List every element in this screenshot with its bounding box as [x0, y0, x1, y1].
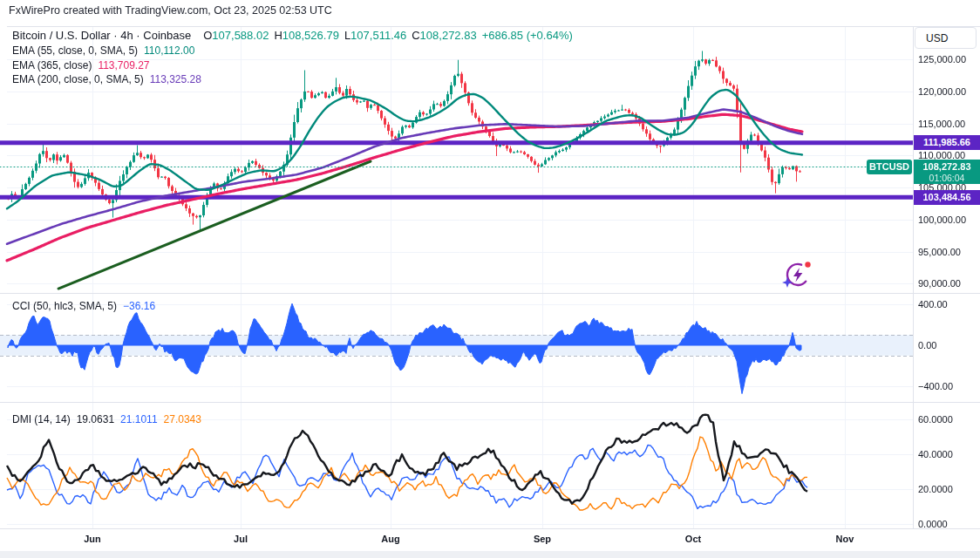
ohlc-value: 107,588.02	[212, 29, 269, 42]
dmi-value: 27.0343	[164, 413, 201, 425]
sparkle-icon	[782, 277, 793, 288]
ohlc-value: 107,511.46	[350, 29, 406, 42]
last-price-value: 108,272.83	[914, 160, 980, 173]
last-price-label: 108,272.83 01:06:04	[914, 160, 980, 184]
cci-legend-value: −36.16	[123, 300, 155, 312]
indicator-value: 113,325.28	[150, 73, 201, 85]
time-tick-label: Sep	[534, 534, 551, 544]
axis-tick-label: 100,000.00	[918, 214, 966, 226]
axis-tick-label: 115,000.00	[918, 118, 965, 130]
dmi-value: 21.1011	[120, 413, 158, 425]
time-tick-label: Nov	[836, 534, 854, 544]
ohlc-key: C	[412, 29, 419, 42]
dmi-legend-values: 19.063121.101127.0343	[71, 413, 201, 425]
ohlc-value: 108,272.83	[420, 29, 477, 42]
axis-tick-label: 95,000.00	[918, 246, 961, 258]
time-tick-label: Jun	[84, 534, 101, 544]
support-price-label: 103,484.56	[914, 190, 980, 205]
axis-tick-label: 400.00	[918, 298, 948, 310]
symbol-legend-row[interactable]: Bitcoin / U.S. Dollar · 4h · CoinbaseO10…	[12, 29, 573, 43]
indicator-label: EMA (55, close, 0, SMA, 5)	[12, 44, 138, 57]
price-pane-legend: Bitcoin / U.S. Dollar · 4h · CoinbaseO10…	[12, 29, 573, 87]
countdown-timer: 01:06:04	[914, 173, 980, 184]
axis-tick-label: 0.0000	[918, 518, 948, 530]
axis-tick-label: −400.00	[918, 380, 953, 392]
ohlc-key: O	[203, 29, 212, 42]
symbol-price-tag: BTCUSD	[867, 160, 912, 174]
change-value: +686.85 (+0.64%)	[482, 29, 573, 42]
ohlc-value: 108,526.79	[282, 29, 339, 42]
axis-tick-label: 40.0000	[918, 448, 953, 460]
time-tick-label: Aug	[381, 534, 399, 544]
indicator-legend-row[interactable]: EMA (55, close, 0, SMA, 5)110,112.00	[12, 44, 573, 58]
resistance-price-label: 111,985.66	[914, 135, 980, 150]
ohlc-values: O107,588.02H108,526.79L107,511.46C108,27…	[198, 29, 476, 42]
axis-tick-label: 0.00	[918, 339, 936, 351]
indicator-legend-rows: EMA (55, close, 0, SMA, 5)110,112.00EMA …	[12, 44, 573, 86]
dmi-legend[interactable]: DMI (14, 14)19.063121.101127.0343	[12, 412, 201, 427]
time-tick-label: Oct	[685, 534, 701, 544]
axis-tick-label: 125,000.00	[918, 53, 966, 65]
red-dot-icon	[805, 262, 810, 267]
lightning-bolt-icon	[793, 268, 802, 282]
axis-tick-label: 90,000.00	[918, 277, 961, 289]
currency-usd-button[interactable]: USD	[915, 27, 977, 49]
ohlc-key: H	[274, 29, 282, 42]
indicator-label: EMA (365, close)	[12, 59, 92, 71]
indicator-value: 110,112.00	[144, 44, 194, 57]
axis-tick-label: 20.0000	[918, 483, 953, 495]
credit-text: FxWirePro created with TradingView.com, …	[9, 4, 332, 17]
time-tick-label: Jul	[234, 534, 248, 544]
dmi-value: 19.0631	[77, 413, 114, 425]
axis-tick-label: 120,000.00	[918, 85, 966, 98]
cci-legend-label: CCI (50, hlc3, SMA, 5)	[12, 300, 117, 312]
tradingview-chart: FxWirePro created with TradingView.com, …	[0, 0, 980, 558]
cci-legend[interactable]: CCI (50, hlc3, SMA, 5)−36.16	[12, 299, 155, 314]
ai-technicals-icon[interactable]	[781, 258, 813, 289]
indicator-label: EMA (200, close, 0, SMA, 5)	[12, 73, 144, 85]
indicator-legend-row[interactable]: EMA (365, close)113,709.27	[12, 58, 573, 72]
dmi-legend-label: DMI (14, 14)	[12, 413, 71, 425]
axis-tick-label: 60.0000	[918, 413, 953, 425]
indicator-value: 113,709.27	[98, 59, 149, 71]
indicator-legend-row[interactable]: EMA (200, close, 0, SMA, 5)113,325.28	[12, 72, 573, 86]
symbol-title[interactable]: Bitcoin / U.S. Dollar · 4h · Coinbase	[12, 29, 191, 42]
